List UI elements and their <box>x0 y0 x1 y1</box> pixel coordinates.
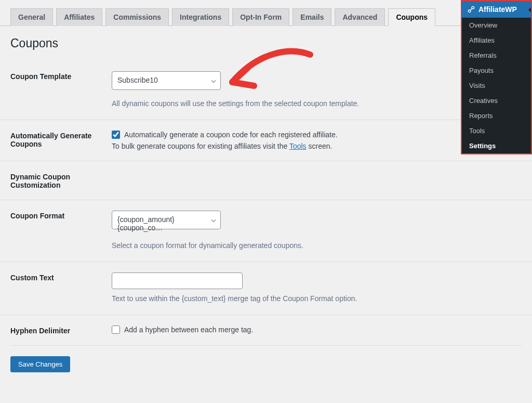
tab-affiliates[interactable]: Affiliates <box>56 8 102 26</box>
coupon-template-selected-value: Subscribe10 <box>112 72 220 88</box>
row-auto-generate: Automatically Generate Coupons Automatic… <box>0 120 532 161</box>
label-hyphen-delimiter: Hyphen Delimiter <box>10 326 112 335</box>
settings-tabs: General Affiliates Commissions Integrati… <box>0 8 532 26</box>
auto-generate-checkbox-text: Automatically generate a coupon code for… <box>124 131 338 139</box>
save-row: Save Changes <box>0 346 532 383</box>
auto-generate-help-prefix: To bulk generate coupons for existing af… <box>112 142 289 150</box>
hyphen-checkbox-label[interactable]: Add a hyphen between each merge tag. <box>112 326 522 334</box>
flyout-item-creatives[interactable]: Creatives <box>462 93 531 108</box>
row-coupon-format: Coupon Format {coupon_amount}{coupon_co…… <box>0 200 532 262</box>
tab-commissions[interactable]: Commissions <box>105 8 169 26</box>
flyout-header[interactable]: AffiliateWP <box>462 1 531 18</box>
svg-point-1 <box>472 6 474 9</box>
row-dynamic-customization: Dynamic Coupon Customization <box>0 161 532 200</box>
row-hyphen-delimiter: Hyphen Delimiter Add a hyphen between ea… <box>0 315 532 345</box>
flyout-item-tools[interactable]: Tools <box>462 123 531 138</box>
save-changes-button[interactable]: Save Changes <box>10 356 70 372</box>
coupon-format-selected-value: {coupon_amount}{coupon_co… <box>112 211 220 236</box>
auto-generate-checkbox-label[interactable]: Automatically generate a coupon code for… <box>112 131 522 139</box>
auto-generate-help-suffix: screen. <box>307 142 332 150</box>
coupon-template-select[interactable]: Subscribe10 <box>112 71 221 90</box>
flyout-title: AffiliateWP <box>478 5 517 14</box>
flyout-item-settings[interactable]: Settings <box>462 138 531 153</box>
tab-emails[interactable]: Emails <box>292 8 331 26</box>
flyout-item-affiliates[interactable]: Affiliates <box>462 33 531 48</box>
tab-advanced[interactable]: Advanced <box>335 8 385 26</box>
flyout-item-payouts[interactable]: Payouts <box>462 63 531 78</box>
custom-text-input[interactable] <box>112 272 243 289</box>
tab-coupons[interactable]: Coupons <box>388 8 435 26</box>
affiliatewp-flyout-menu: AffiliateWP Overview Affiliates Referral… <box>461 0 532 154</box>
flyout-item-reports[interactable]: Reports <box>462 108 531 123</box>
tab-integrations[interactable]: Integrations <box>172 8 229 26</box>
coupon-format-description: Select a coupon format for dynamically g… <box>112 240 522 251</box>
flyout-item-overview[interactable]: Overview <box>462 18 531 33</box>
custom-text-description: Text to use within the {custom_text} mer… <box>112 293 522 304</box>
flyout-item-visits[interactable]: Visits <box>462 78 531 93</box>
svg-point-0 <box>468 10 471 12</box>
label-coupon-format: Coupon Format <box>10 211 112 220</box>
flyout-pointer-icon <box>528 7 531 12</box>
coupon-format-select[interactable]: {coupon_amount}{coupon_co… <box>112 211 221 229</box>
row-coupon-template: Coupon Template Subscribe10 All dynamic … <box>0 56 532 120</box>
hyphen-checkbox-text: Add a hyphen between each merge tag. <box>124 326 253 334</box>
coupon-template-description: All dynamic coupons will use the setting… <box>112 98 522 109</box>
flyout-item-referrals[interactable]: Referrals <box>462 48 531 63</box>
hyphen-checkbox[interactable] <box>112 326 120 334</box>
row-custom-text: Custom Text Text to use within the {cust… <box>0 262 532 315</box>
label-custom-text: Custom Text <box>10 272 112 282</box>
page-title: Coupons <box>0 26 532 56</box>
affiliatewp-logo-icon <box>467 5 475 14</box>
label-coupon-template: Coupon Template <box>10 71 112 81</box>
tab-general[interactable]: General <box>10 8 53 26</box>
label-auto-generate: Automatically Generate Coupons <box>10 131 112 148</box>
auto-generate-checkbox[interactable] <box>112 131 120 139</box>
tab-opt-in-form[interactable]: Opt-In Form <box>232 8 289 26</box>
tools-link[interactable]: Tools <box>289 142 307 150</box>
label-dynamic-customization: Dynamic Coupon Customization <box>10 172 112 189</box>
